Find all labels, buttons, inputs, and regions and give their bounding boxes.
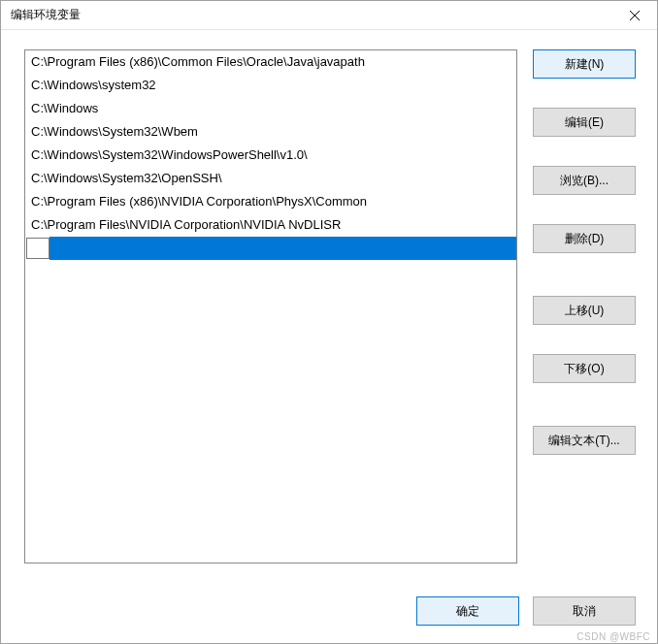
titlebar: 编辑环境变量 bbox=[1, 1, 657, 30]
path-edit-input[interactable] bbox=[26, 238, 49, 259]
browse-button[interactable]: 浏览(B)... bbox=[533, 166, 636, 195]
cancel-button[interactable]: 取消 bbox=[533, 596, 636, 626]
delete-button[interactable]: 删除(D) bbox=[533, 224, 636, 253]
move-down-button[interactable]: 下移(O) bbox=[533, 354, 636, 383]
list-item[interactable]: C:\Program Files\NVIDIA Corporation\NVID… bbox=[25, 213, 516, 237]
list-item[interactable]: C:\Windows\System32\OpenSSH\ bbox=[25, 167, 516, 190]
side-button-column: 新建(N) 编辑(E) 浏览(B)... 删除(D) 上移(U) 下移(O) 编… bbox=[533, 49, 636, 579]
close-icon bbox=[630, 11, 640, 20]
move-up-button[interactable]: 上移(U) bbox=[533, 296, 636, 325]
list-item[interactable]: C:\Program Files (x86)\NVIDIA Corporatio… bbox=[25, 190, 516, 213]
edit-text-button[interactable]: 编辑文本(T)... bbox=[533, 426, 636, 455]
close-button[interactable] bbox=[620, 1, 649, 30]
list-item[interactable]: C:\Windows bbox=[25, 97, 516, 120]
dialog-window: 编辑环境变量 C:\Program Files (x86)\Common Fil… bbox=[0, 0, 658, 644]
list-item[interactable]: C:\Windows\System32\Wbem bbox=[25, 120, 516, 144]
ok-button[interactable]: 确定 bbox=[416, 596, 519, 626]
path-listbox[interactable]: C:\Program Files (x86)\Common Files\Orac… bbox=[24, 49, 517, 564]
new-button[interactable]: 新建(N) bbox=[533, 49, 636, 79]
selection-highlight bbox=[49, 237, 516, 260]
list-item[interactable]: C:\Windows\System32\WindowsPowerShell\v1… bbox=[25, 144, 516, 167]
list-item[interactable]: C:\Windows\system32 bbox=[25, 74, 516, 97]
list-item-editing[interactable] bbox=[25, 237, 516, 260]
dialog-footer: 确定 取消 bbox=[24, 596, 636, 626]
window-title: 编辑环境变量 bbox=[11, 7, 81, 23]
list-item[interactable]: C:\Program Files (x86)\Common Files\Orac… bbox=[25, 50, 516, 74]
edit-button[interactable]: 编辑(E) bbox=[533, 108, 636, 137]
main-row: C:\Program Files (x86)\Common Files\Orac… bbox=[24, 49, 636, 579]
watermark-text: CSDN @WBFC bbox=[576, 631, 650, 642]
dialog-content: C:\Program Files (x86)\Common Files\Orac… bbox=[1, 30, 657, 643]
